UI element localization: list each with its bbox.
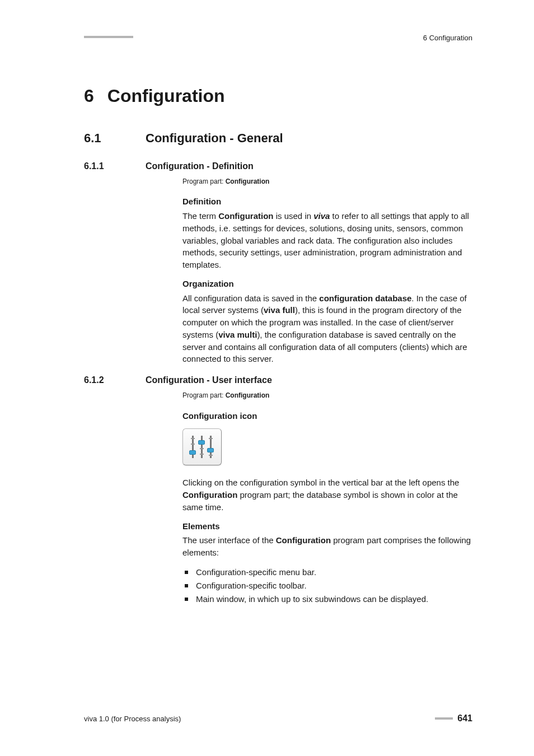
block-heading: Organization — [182, 278, 472, 290]
paragraph: All configuration data is saved in the c… — [182, 292, 472, 366]
section-number: 6.1 — [84, 131, 114, 146]
subsection-title-text: Configuration - Definition — [146, 161, 254, 171]
footer-right: 641 — [435, 713, 472, 724]
footer-left-text: viva 1.0 (for Process analysis) — [84, 715, 181, 723]
section-heading: 6.1 Configuration - General — [84, 131, 472, 146]
subsection-heading: 6.1.1 Configuration - Definition — [84, 161, 472, 171]
subsection-heading: 6.1.2 Configuration - User interface — [84, 375, 472, 385]
list-item: Configuration-specific menu bar. — [184, 566, 472, 579]
subsection-title-text: Configuration - User interface — [146, 375, 272, 385]
page-footer: viva 1.0 (for Process analysis) 641 — [84, 713, 472, 724]
page-number: 641 — [457, 713, 472, 724]
paragraph: The user interface of the Configuration … — [182, 534, 472, 559]
program-part-prefix: Program part: — [182, 391, 226, 399]
chapter-heading: 6 Configuration — [84, 86, 472, 106]
page-header: 6 Configuration — [84, 36, 472, 42]
subsection-number: 6.1.2 — [84, 375, 123, 385]
page-content: 6 Configuration 6 Configuration 6.1 Conf… — [0, 0, 534, 756]
sliders-icon — [189, 435, 216, 459]
subsection-body: Program part: Configuration Definition T… — [182, 177, 472, 365]
program-part-value: Configuration — [226, 391, 270, 399]
program-part-value: Configuration — [226, 178, 270, 185]
subsection-number: 6.1.1 — [84, 161, 123, 171]
program-part-line: Program part: Configuration — [182, 177, 472, 186]
program-part-line: Program part: Configuration — [182, 391, 472, 400]
program-part-prefix: Program part: — [182, 178, 226, 185]
subsection-body: Program part: Configuration Configuratio… — [182, 391, 472, 606]
paragraph: Clicking on the configuration symbol in … — [182, 477, 472, 513]
header-decorative-squares-left — [84, 36, 133, 38]
footer-decorative-squares — [435, 717, 453, 720]
configuration-icon — [182, 428, 222, 465]
paragraph: The term Configuration is used in viva t… — [182, 210, 472, 271]
section-title-text: Configuration - General — [146, 131, 283, 146]
list-item: Configuration-specific toolbar. — [184, 579, 472, 592]
block-heading: Elements — [182, 520, 472, 533]
block-heading: Configuration icon — [182, 410, 472, 422]
chapter-number: 6 — [84, 86, 94, 106]
chapter-title-text: Configuration — [107, 86, 225, 106]
header-section-label: 6 Configuration — [423, 34, 472, 42]
block-heading: Definition — [182, 195, 472, 208]
bullet-list: Configuration-specific menu bar. Configu… — [184, 566, 472, 606]
list-item: Main window, in which up to six subwindo… — [184, 592, 472, 606]
